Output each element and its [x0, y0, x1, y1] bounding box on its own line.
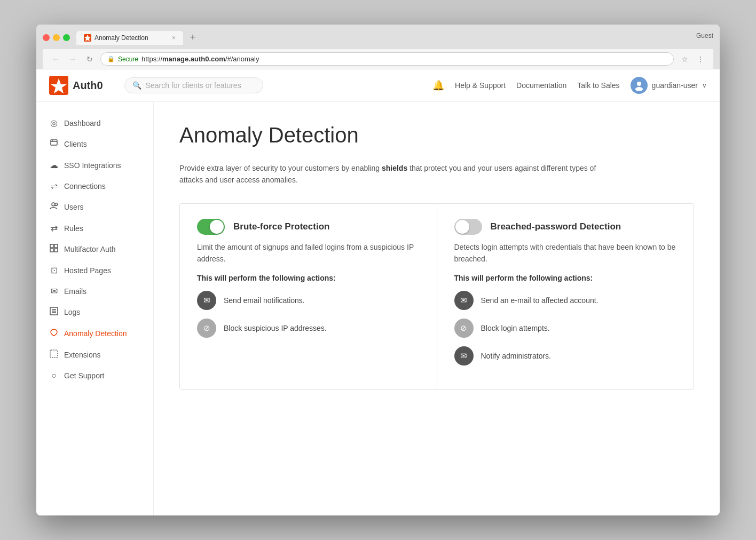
rules-icon: ⇄ [49, 223, 59, 233]
sidebar-item-users[interactable]: Users [36, 196, 153, 218]
sidebar-item-rules[interactable]: ⇄ Rules [36, 218, 153, 239]
url-domain: manage.auth0.com [162, 55, 225, 63]
dashboard-icon: ◎ [49, 118, 59, 128]
logo-area: Auth0 [49, 76, 103, 95]
breached-password-toggle[interactable] [454, 219, 482, 235]
svg-rect-12 [50, 249, 53, 252]
hosted-pages-icon: ⊡ [49, 265, 59, 275]
sidebar-label-dashboard: Dashboard [64, 119, 101, 128]
page-title: Anomaly Detection [179, 123, 694, 147]
breached-action-text-2: Block login attempts. [481, 324, 550, 332]
action-text-1: Send email notifications. [224, 296, 305, 305]
svg-point-4 [635, 87, 643, 91]
sidebar-item-emails[interactable]: ✉ Emails [36, 281, 153, 301]
svg-rect-5 [51, 140, 57, 145]
help-support-link[interactable]: Help & Support [455, 81, 506, 90]
user-area[interactable]: guardian-user ∨ [631, 77, 707, 94]
get-support-icon: ○ [49, 371, 59, 380]
sidebar-item-sso[interactable]: ☁ SSO Integrations [36, 155, 153, 176]
talk-to-sales-link[interactable]: Talk to Sales [577, 81, 619, 90]
card-header-breached: Breached-password Detection [454, 219, 677, 235]
menu-icon[interactable]: ⋮ [694, 53, 707, 66]
notify-admin-icon: ✉ [454, 346, 474, 366]
browser-chrome: Anomaly Detection × + Guest ← → ↻ 🔒 Secu… [36, 25, 720, 69]
chevron-down-icon: ∨ [702, 82, 707, 89]
sso-icon: ☁ [49, 160, 59, 170]
brute-force-desc: Limit the amount of signups and failed l… [197, 241, 420, 265]
sidebar: ◎ Dashboard Clients ☁ SSO Integ [36, 102, 154, 515]
documentation-link[interactable]: Documentation [516, 81, 566, 90]
logo-text: Auth0 [73, 80, 103, 92]
breached-action-text-1: Send an e-mail to affected account. [481, 296, 598, 305]
svg-point-9 [55, 203, 58, 206]
tab-title: Anomaly Detection [94, 34, 169, 42]
browser-navbar: ← → ↻ 🔒 Secure https://manage.auth0.com/… [43, 49, 713, 69]
sidebar-item-logs[interactable]: Logs [36, 301, 153, 323]
minimize-button[interactable] [53, 34, 60, 41]
sidebar-item-get-support[interactable]: ○ Get Support [36, 366, 153, 386]
brute-force-card: Brute-force Protection Limit the amount … [180, 204, 437, 389]
svg-rect-18 [50, 350, 58, 358]
svg-marker-0 [84, 35, 91, 41]
sidebar-label-multifactor: Multifactor Auth [64, 245, 116, 253]
address-bar[interactable]: 🔒 Secure https://manage.auth0.com/#/anom… [100, 52, 674, 66]
clients-icon [49, 139, 59, 149]
svg-rect-11 [54, 244, 58, 248]
back-button[interactable]: ← [49, 53, 62, 66]
bookmark-icon[interactable]: ☆ [678, 53, 691, 66]
reload-button[interactable]: ↻ [83, 53, 96, 66]
auth0-logo-icon [49, 76, 68, 95]
sidebar-label-rules: Rules [64, 224, 83, 233]
toggle-track-off[interactable] [454, 219, 482, 235]
sidebar-item-extensions[interactable]: Extensions [36, 344, 153, 366]
sidebar-item-hosted-pages[interactable]: ⊡ Hosted Pages [36, 260, 153, 281]
search-bar[interactable]: 🔍 Search for clients or features [124, 77, 263, 93]
toggle-thumb-off [455, 220, 469, 234]
brute-force-toggle[interactable] [197, 219, 225, 235]
page-description: Provide extra layer of security to your … [179, 162, 607, 186]
tab-close-icon[interactable]: × [172, 34, 176, 42]
brute-force-action-1: ✉ Send email notifications. [197, 291, 420, 310]
breached-action-text-3: Notify administrators. [481, 352, 551, 360]
active-tab[interactable]: Anomaly Detection × [76, 31, 183, 45]
sidebar-label-emails: Emails [64, 287, 86, 296]
browser-window: Anomaly Detection × + Guest ← → ↻ 🔒 Secu… [36, 25, 720, 515]
sidebar-label-anomaly: Anomaly Detection [64, 329, 127, 338]
brute-force-action-2: ⊘ Block suspicious IP addresses. [197, 319, 420, 338]
app-container: Auth0 🔍 Search for clients or features 🔔… [36, 69, 720, 515]
sidebar-item-clients[interactable]: Clients [36, 133, 153, 155]
toggle-thumb [210, 220, 224, 234]
browser-titlebar: Anomaly Detection × + Guest [43, 30, 713, 45]
sidebar-item-anomaly-detection[interactable]: Anomaly Detection [36, 323, 153, 344]
nav-actions: ☆ ⋮ [678, 53, 707, 66]
brute-force-title: Brute-force Protection [233, 221, 329, 232]
maximize-button[interactable] [63, 34, 70, 41]
breached-action-2: ⊘ Block login attempts. [454, 319, 677, 338]
sidebar-label-clients: Clients [64, 140, 87, 148]
breached-password-card: Breached-password Detection Detects logi… [437, 204, 694, 389]
user-avatar [631, 77, 648, 94]
block-login-icon: ⊘ [454, 319, 474, 338]
secure-text: Secure [118, 55, 138, 63]
svg-rect-13 [54, 249, 58, 252]
sidebar-item-multifactor[interactable]: Multifactor Auth [36, 239, 153, 260]
new-tab-button[interactable]: + [185, 30, 200, 45]
sidebar-label-logs: Logs [64, 308, 80, 316]
users-icon [49, 202, 59, 212]
sidebar-item-dashboard[interactable]: ◎ Dashboard [36, 113, 153, 133]
email-notification-icon: ✉ [197, 291, 216, 310]
sidebar-label-users: Users [64, 203, 84, 211]
card-header-brute-force: Brute-force Protection [197, 219, 420, 235]
sidebar-label-get-support: Get Support [64, 371, 105, 380]
search-icon: 🔍 [132, 81, 141, 90]
forward-button[interactable]: → [66, 53, 79, 66]
svg-point-3 [637, 82, 641, 86]
user-name: guardian-user [652, 81, 698, 90]
breached-password-desc: Detects login attempts with credentials … [454, 241, 677, 265]
sidebar-item-connections[interactable]: ⇌ Connections [36, 176, 153, 196]
close-button[interactable] [43, 34, 50, 41]
multifactor-icon [49, 244, 59, 255]
toggle-track-on[interactable] [197, 219, 225, 235]
bell-icon[interactable]: 🔔 [432, 80, 444, 91]
email-affected-icon: ✉ [454, 291, 474, 310]
